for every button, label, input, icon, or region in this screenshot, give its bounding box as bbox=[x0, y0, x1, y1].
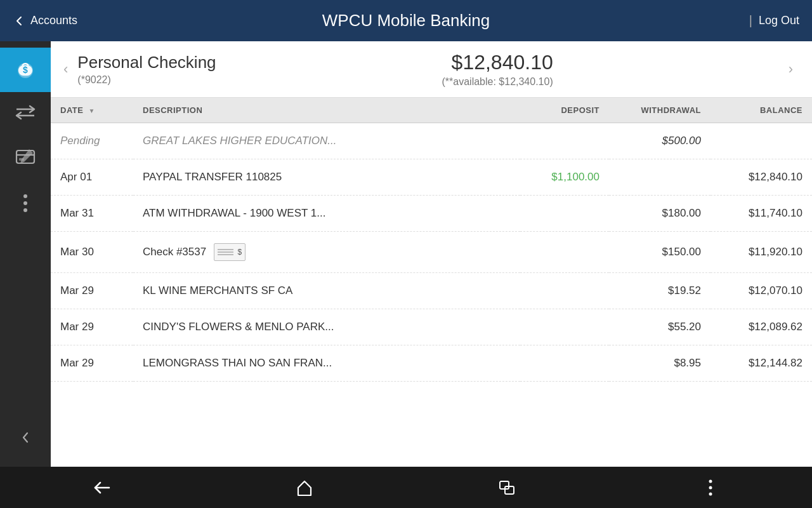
account-next-arrow[interactable]: › bbox=[789, 61, 793, 77]
svg-point-13 bbox=[709, 479, 712, 483]
account-info: Personal Checking (*9022) bbox=[77, 53, 216, 86]
more-dots-icon bbox=[23, 194, 27, 212]
transaction-description: KL WINE MERCHANTS SF CA bbox=[133, 273, 520, 309]
transaction-deposit bbox=[520, 232, 609, 273]
table-row[interactable]: PendingGREAT LAKES HIGHER EDUCATION...$5… bbox=[51, 123, 812, 159]
transaction-description: Check #3537 bbox=[133, 232, 520, 272]
svg-point-14 bbox=[709, 486, 712, 489]
transaction-description: ATM WITHDRAWAL - 1900 WEST 1... bbox=[133, 196, 520, 232]
svg-text:$: $ bbox=[23, 65, 28, 75]
account-number: (*9022) bbox=[77, 74, 216, 86]
col-header-deposit: DEPOSIT bbox=[520, 98, 609, 123]
recent-apps-nav-button[interactable] bbox=[488, 475, 527, 500]
transaction-withdrawal: $19.52 bbox=[609, 273, 710, 309]
top-navigation: Accounts WPCU Mobile Banking | Log Out bbox=[0, 0, 812, 41]
transaction-deposit bbox=[520, 273, 609, 309]
transaction-withdrawal: $55.20 bbox=[609, 309, 710, 345]
account-name: Personal Checking bbox=[77, 53, 216, 72]
sidebar: $ $ bbox=[0, 41, 51, 467]
transaction-balance: $11,920.10 bbox=[710, 232, 812, 273]
transaction-date: Pending bbox=[51, 123, 133, 159]
transaction-withdrawal bbox=[609, 159, 710, 196]
transaction-date: Mar 31 bbox=[51, 196, 133, 232]
transaction-deposit bbox=[520, 309, 609, 345]
transaction-balance: $12,070.10 bbox=[710, 273, 812, 309]
col-header-date[interactable]: DATE ▼ bbox=[51, 98, 133, 123]
transaction-withdrawal: $180.00 bbox=[609, 196, 710, 232]
table-row[interactable]: Mar 31ATM WITHDRAWAL - 1900 WEST 1...$18… bbox=[51, 196, 812, 232]
pay-icon bbox=[14, 145, 37, 172]
back-arrow-icon bbox=[91, 480, 112, 495]
transaction-description: LEMONGRASS THAI NO SAN FRAN... bbox=[133, 345, 520, 382]
transaction-withdrawal: $150.00 bbox=[609, 232, 710, 273]
table-row[interactable]: Apr 01PAYPAL TRANSFER 110825$1,100.00$12… bbox=[51, 159, 812, 196]
transaction-deposit bbox=[520, 345, 609, 382]
back-button[interactable]: Accounts bbox=[13, 14, 77, 27]
table-row[interactable]: Mar 29CINDY'S FLOWERS & MENLO PARK...$55… bbox=[51, 309, 812, 345]
transaction-balance: $12,144.82 bbox=[710, 345, 812, 382]
chevron-left-icon bbox=[13, 15, 25, 27]
table-row[interactable]: Mar 29LEMONGRASS THAI NO SAN FRAN...$8.9… bbox=[51, 345, 812, 382]
nav-divider: | bbox=[749, 13, 752, 28]
sort-icon: ▼ bbox=[89, 107, 95, 114]
transaction-date: Mar 29 bbox=[51, 345, 133, 382]
back-nav-button[interactable] bbox=[82, 475, 121, 500]
transaction-date: Apr 01 bbox=[51, 159, 133, 196]
account-available: (**available: $12,340.10) bbox=[442, 76, 553, 88]
back-label: Accounts bbox=[30, 14, 77, 27]
transaction-date: Mar 29 bbox=[51, 273, 133, 309]
transaction-balance: $12,840.10 bbox=[710, 159, 812, 196]
transaction-description: GREAT LAKES HIGHER EDUCATION... bbox=[133, 123, 520, 159]
col-header-description: DESCRIPTION bbox=[133, 98, 520, 123]
recent-apps-icon bbox=[499, 480, 516, 495]
account-header-left: ‹ Personal Checking (*9022) bbox=[63, 53, 216, 86]
sidebar-collapse-button[interactable] bbox=[20, 431, 31, 448]
col-header-withdrawal: WITHDRAWAL bbox=[609, 98, 710, 123]
transaction-description: PAYPAL TRANSFER 110825 bbox=[133, 159, 520, 196]
more-vertical-icon bbox=[708, 479, 713, 497]
logout-button[interactable]: Log Out bbox=[759, 14, 799, 27]
transaction-withdrawal: $500.00 bbox=[609, 123, 710, 159]
transaction-date: Mar 30 bbox=[51, 232, 133, 273]
main-area: $ $ bbox=[0, 41, 812, 467]
account-prev-arrow[interactable]: ‹ bbox=[63, 61, 68, 77]
app-title: WPCU Mobile Banking bbox=[322, 11, 490, 30]
transaction-deposit bbox=[520, 123, 609, 159]
transaction-deposit: $1,100.00 bbox=[520, 159, 609, 196]
transaction-balance: $12,089.62 bbox=[710, 309, 812, 345]
svg-point-15 bbox=[709, 492, 712, 495]
col-header-balance: BALANCE bbox=[710, 98, 812, 123]
transaction-deposit bbox=[520, 196, 609, 232]
table-header-row: DATE ▼ DESCRIPTION DEPOSIT WITHDRAWAL BA… bbox=[51, 98, 812, 123]
sidebar-item-more[interactable] bbox=[0, 181, 51, 225]
sidebar-item-accounts[interactable]: $ $ bbox=[0, 48, 51, 92]
transaction-balance: $11,740.10 bbox=[710, 196, 812, 232]
table-row[interactable]: Mar 30Check #3537$150.00$11,920.10 bbox=[51, 232, 812, 273]
sidebar-item-pay[interactable] bbox=[0, 137, 51, 181]
transaction-withdrawal: $8.95 bbox=[609, 345, 710, 382]
account-header: ‹ Personal Checking (*9022) $12,840.10 (… bbox=[51, 41, 812, 98]
transaction-balance bbox=[710, 123, 812, 159]
nav-right: | Log Out bbox=[749, 13, 799, 28]
check-image-icon[interactable] bbox=[214, 243, 246, 261]
account-header-right: $12,840.10 (**available: $12,340.10) bbox=[442, 51, 553, 88]
home-nav-button[interactable] bbox=[285, 475, 324, 500]
bottom-navigation bbox=[0, 467, 812, 508]
content-panel: ‹ Personal Checking (*9022) $12,840.10 (… bbox=[51, 41, 812, 467]
transaction-date: Mar 29 bbox=[51, 309, 133, 345]
sidebar-item-transfers[interactable] bbox=[0, 92, 51, 137]
transaction-description: CINDY'S FLOWERS & MENLO PARK... bbox=[133, 309, 520, 345]
more-nav-button[interactable] bbox=[691, 475, 730, 500]
home-icon bbox=[296, 479, 313, 497]
transactions-table: DATE ▼ DESCRIPTION DEPOSIT WITHDRAWAL BA… bbox=[51, 98, 812, 467]
money-bag-icon: $ $ bbox=[14, 57, 37, 84]
table-row[interactable]: Mar 29KL WINE MERCHANTS SF CA$19.52$12,0… bbox=[51, 273, 812, 309]
account-balance: $12,840.10 bbox=[442, 51, 553, 74]
transfers-icon bbox=[14, 103, 37, 126]
